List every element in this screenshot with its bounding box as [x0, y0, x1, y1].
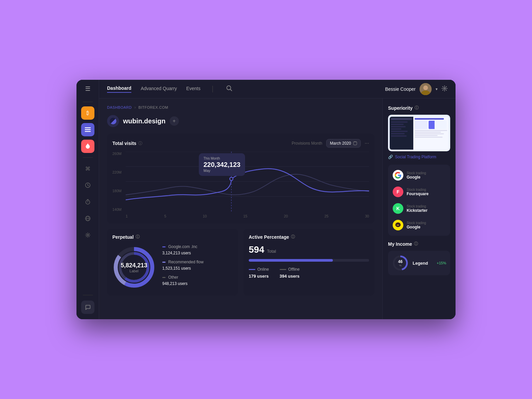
chart-title: Total visits: [112, 141, 136, 146]
breadcrumb-separator: ›: [134, 105, 136, 110]
trading-category-foursquare: Stock trading: [407, 188, 429, 192]
sidebar-timer-icon[interactable]: [81, 195, 94, 208]
income-center: 46 %: [398, 259, 402, 267]
donut-value: 5,824,213: [121, 262, 147, 269]
link-icon: 🔗: [388, 155, 393, 159]
trading-name-google: Google: [407, 175, 426, 180]
svg-point-16: [423, 85, 428, 90]
x-label-2: 5: [164, 214, 166, 218]
legend-item-0: Google.com .Inc 3,124,213 users: [162, 244, 233, 256]
bottom-panels: Perpetual ⓘ: [107, 229, 374, 296]
income-donut: 46 %: [392, 255, 409, 271]
perpetual-title: Perpetual ⓘ: [112, 234, 233, 240]
y-label-3: 180M: [112, 189, 122, 193]
trading-item-foursquare[interactable]: F Stock trading Foursquare: [391, 184, 448, 200]
svg-point-18: [444, 87, 446, 89]
income-card: 46 % Legend +15%: [388, 251, 450, 275]
site-logo: [107, 115, 119, 127]
chart-section: Total visits ⓘ Provisions Month March 20…: [107, 134, 374, 223]
x-label-5: 20: [284, 214, 288, 218]
my-income-title: My Income ⓘ: [388, 241, 450, 247]
settings-icon[interactable]: [442, 85, 448, 93]
sidebar: ☰ ₿ ⌘: [76, 80, 99, 319]
tooltip-label: This Month: [203, 157, 240, 160]
trading-info-google: Stock trading Google: [407, 171, 426, 180]
main-content: Dashboard Advanced Quarry Events Bessie …: [99, 80, 456, 319]
ss-left: [390, 117, 413, 150]
superiority-info-icon[interactable]: ⓘ: [415, 105, 419, 111]
nav-advanced-quarry[interactable]: Advanced Quarry: [141, 86, 177, 92]
trading-category-kakao: Stock trading: [407, 221, 426, 225]
nav-right: Bessie Cooper ▾: [385, 83, 448, 95]
add-button[interactable]: +: [170, 116, 179, 126]
donut-chart: 5,824,213 Label: [112, 246, 156, 289]
trading-item-google[interactable]: Stock trading Google: [391, 167, 448, 183]
social-trading-link[interactable]: 🔗 Social Trading Platform: [388, 155, 450, 159]
chart-area: 260M 220M 180M 140M: [112, 152, 369, 218]
sidebar-globe-icon[interactable]: [81, 212, 94, 225]
app-container: ☰ ₿ ⌘: [76, 80, 456, 319]
x-label-4: 15: [243, 214, 247, 218]
site-name: wubin.design: [123, 117, 166, 125]
tooltip-value: 220,342,123: [203, 161, 240, 169]
trading-name-kakao: Google: [407, 225, 426, 229]
trading-category-google: Stock trading: [407, 171, 426, 175]
sidebar-bottom: [81, 292, 94, 314]
nav-divider: [212, 86, 213, 92]
trading-item-kickstarter[interactable]: K Stock trading Kickstarter: [391, 200, 448, 216]
right-panel: Superiority ⓘ: [382, 98, 456, 319]
sidebar-command-icon[interactable]: ⌘: [81, 162, 94, 175]
chevron-down-icon[interactable]: ▾: [436, 87, 438, 91]
nav-username: Bessie Cooper: [385, 86, 416, 92]
online-label: Online: [257, 267, 269, 272]
avatar-image: [420, 83, 432, 95]
trading-category-kickstarter: Stock trading: [407, 204, 428, 208]
chart-more-icon[interactable]: ···: [365, 140, 369, 146]
income-info-icon[interactable]: ⓘ: [414, 241, 418, 247]
legend-item-2: Other 948,213 users: [162, 275, 233, 286]
platform-screenshot: [390, 117, 449, 150]
sidebar-clock-icon[interactable]: [81, 179, 94, 192]
legend-count-1: 1,523,151 users: [162, 266, 191, 271]
legend-count-2: 948,213 users: [162, 281, 188, 286]
sidebar-chat-button[interactable]: [81, 301, 94, 314]
month-selector[interactable]: March 2020: [326, 139, 360, 148]
perpetual-info-icon[interactable]: ⓘ: [136, 234, 140, 240]
active-info-icon[interactable]: ⓘ: [291, 234, 295, 240]
breadcrumb-dashboard[interactable]: DASHBOARD: [107, 105, 132, 109]
legend-count-0: 3,124,213 users: [162, 251, 191, 255]
sidebar-airbnb-icon[interactable]: [81, 140, 94, 153]
chart-header: Total visits ⓘ Provisions Month March 20…: [112, 139, 369, 148]
sidebar-divider-mid: [83, 157, 93, 158]
svg-point-12: [87, 234, 88, 236]
active-total: 594 Total: [249, 244, 369, 255]
chart-y-labels: 260M 220M 180M 140M: [112, 152, 122, 211]
social-trading-label[interactable]: Social Trading Platform: [395, 155, 436, 159]
menu-icon[interactable]: ☰: [85, 85, 90, 92]
y-label-4: 140M: [112, 207, 122, 211]
trading-item-kakao[interactable]: Stock trading Google: [391, 217, 448, 233]
chart-info-icon[interactable]: ⓘ: [138, 141, 142, 146]
dashboard-main: DASHBOARD › BITFOREX.COM wubin.design + …: [99, 98, 382, 319]
sidebar-bitcoin-icon[interactable]: ₿: [81, 106, 94, 120]
chart-tooltip: This Month 220,342,123 May: [199, 153, 245, 176]
my-income-section: My Income ⓘ 46 %: [388, 241, 450, 275]
x-label-6: 25: [325, 214, 329, 218]
kakao-logo: [393, 220, 403, 230]
trading-info-kakao: Stock trading Google: [407, 221, 426, 229]
nav-events[interactable]: Events: [186, 86, 200, 92]
active-stats: Online 179 users Offline 394 users: [249, 267, 369, 279]
sidebar-gear-icon[interactable]: [81, 228, 94, 242]
content-area: DASHBOARD › BITFOREX.COM wubin.design + …: [99, 98, 456, 319]
chart-svg-container: This Month 220,342,123 May: [126, 152, 369, 211]
offline-label: Offline: [288, 267, 300, 272]
nav-dashboard[interactable]: Dashboard: [107, 85, 131, 93]
kickstarter-logo: K: [393, 203, 403, 214]
progress-bar-fill: [249, 259, 333, 262]
foursquare-logo: F: [393, 187, 403, 197]
donut-center: 5,824,213 Label: [121, 262, 147, 273]
sidebar-bars-icon[interactable]: [81, 123, 94, 136]
active-panel: Active Percentage ⓘ 594 Total: [243, 229, 374, 296]
search-icon[interactable]: [226, 85, 232, 93]
trading-info-foursquare: Stock trading Foursquare: [407, 188, 429, 196]
